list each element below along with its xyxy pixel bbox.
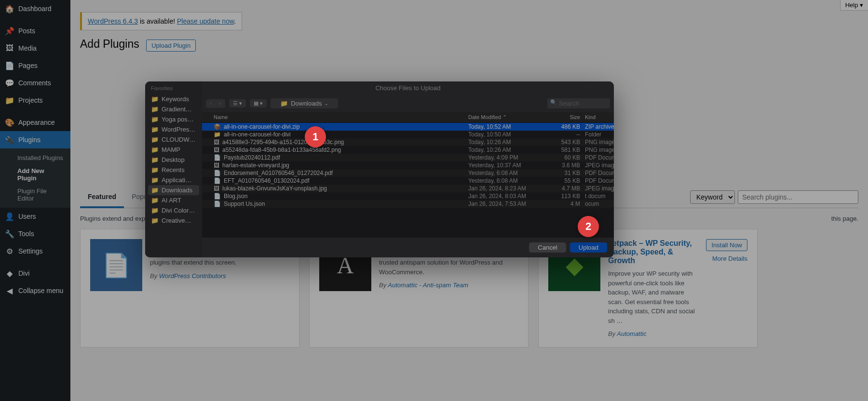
annotation-1: 1 xyxy=(305,126,326,147)
annotation-2: 2 xyxy=(578,216,599,237)
dialog-overlay xyxy=(0,0,868,401)
